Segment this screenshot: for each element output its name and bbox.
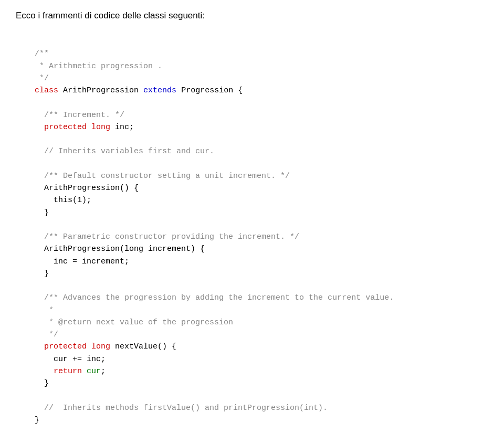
code-line: *: [16, 304, 488, 316]
code-line: [16, 97, 488, 109]
code-line: }: [16, 207, 488, 219]
code-line: /**: [16, 48, 488, 60]
code-line: * Arithmetic progression .: [16, 60, 488, 72]
code-line: [16, 158, 488, 170]
code-line: [16, 219, 488, 231]
code-line: [16, 280, 488, 292]
code-line: protected long nextValue() {: [16, 341, 488, 353]
code-line: [16, 36, 488, 48]
code-block: /** * Arithmetic progression . */ class …: [16, 30, 488, 431]
code-line: this(1);: [16, 194, 488, 206]
code-line: /** Advances the progression by adding t…: [16, 292, 488, 304]
code-line: /** Parametric constructor providing the…: [16, 231, 488, 243]
code-line: protected long inc;: [16, 121, 488, 133]
code-line: ArithProgression() {: [16, 182, 488, 194]
code-line: }: [16, 377, 488, 389]
code-line: inc = increment;: [16, 256, 488, 268]
code-line: [16, 389, 488, 402]
code-line: */: [16, 329, 488, 341]
code-line: cur += inc;: [16, 353, 488, 365]
code-line: * @return next value of the progression: [16, 316, 488, 329]
code-line: return cur;: [16, 365, 488, 377]
code-line: }: [16, 414, 488, 426]
code-line: class ArithProgression extends Progressi…: [16, 85, 488, 97]
code-line: /** Increment. */: [16, 109, 488, 121]
code-line: // Inherits methods firstValue() and pri…: [16, 402, 488, 414]
code-line: // Inherits variables first and cur.: [16, 145, 488, 157]
code-line: }: [16, 268, 488, 280]
code-line: [16, 133, 488, 145]
code-line: /** Default constructor setting a unit i…: [16, 170, 488, 182]
code-line: ArithProgression(long increment) {: [16, 243, 488, 255]
intro-text: Ecco i frammenti di codice delle classi …: [16, 10, 488, 21]
code-line: */: [16, 72, 488, 85]
